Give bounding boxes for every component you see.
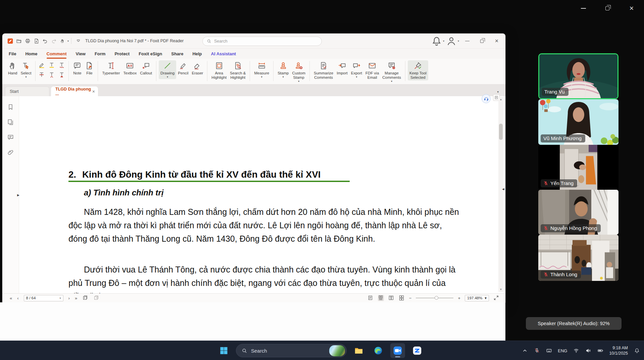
tool-note[interactable]: Note <box>71 60 83 76</box>
menu-tab-help[interactable]: Help <box>192 51 202 56</box>
participant-tile-vu-minh-phuong[interactable]: Vũ Minh Phương <box>538 99 618 145</box>
open-file-icon[interactable] <box>14 37 23 45</box>
foxit-minimize-button[interactable] <box>460 36 474 47</box>
tab-start[interactable]: Start <box>5 86 49 96</box>
menu-tab-protect[interactable]: Protect <box>114 51 130 56</box>
tool-eraser[interactable]: Eraser <box>190 60 205 76</box>
tool-import[interactable]: Import <box>335 60 349 76</box>
menu-tab-ai-assistant[interactable]: AI Assistant <box>211 51 236 56</box>
tool-stamp[interactable]: Stamp▾ <box>276 60 290 79</box>
page-number-input[interactable]: 8 / 64 ▾ <box>24 295 63 301</box>
tray-keyboard-icon[interactable] <box>546 348 552 354</box>
tool-manage-comments[interactable]: Manage Comments▾ <box>381 60 403 83</box>
chevron-down-icon[interactable]: ▾ <box>283 76 284 78</box>
tab-document[interactable]: TLGD Dia phuong ... × <box>51 86 98 96</box>
titlebar-search-input[interactable]: Search <box>202 37 322 46</box>
tool-drawing[interactable]: Drawing▾ <box>159 60 176 79</box>
replace-tool-icon[interactable] <box>48 71 56 79</box>
participant-tile-yen-trang[interactable]: Yến Trang <box>538 145 618 190</box>
chevron-down-icon[interactable]: ▾ <box>167 76 168 78</box>
first-page-button[interactable]: « <box>10 296 12 301</box>
previous-view-icon[interactable] <box>82 295 88 301</box>
next-page-button[interactable]: › <box>68 296 70 301</box>
continuous-view-icon[interactable] <box>378 295 384 301</box>
tool-custom-stamp[interactable]: Custom Stamp▾ <box>290 60 307 83</box>
facing-view-icon[interactable] <box>388 295 394 301</box>
zoom-out-button[interactable]: − <box>409 296 412 301</box>
attachments-icon[interactable] <box>7 149 14 156</box>
tool-export[interactable]: Export▾ <box>349 60 364 79</box>
vertical-scrollbar[interactable]: ▲ ▼ <box>498 97 503 292</box>
scroll-down-icon[interactable]: ▼ <box>500 287 502 292</box>
facing-continuous-view-icon[interactable] <box>399 295 405 301</box>
minimize-button[interactable] <box>577 3 590 13</box>
chevron-down-icon[interactable]: ▾ <box>391 80 392 83</box>
right-panel-collapse-icon[interactable]: ◀ <box>502 187 504 191</box>
battery-icon[interactable] <box>597 348 603 354</box>
hand-tool-caret-icon[interactable]: ▾ <box>67 40 69 43</box>
last-page-button[interactable]: » <box>75 296 77 301</box>
undo-icon[interactable] <box>41 37 49 45</box>
tool-search-highlight[interactable]: Search & Highlight <box>228 60 247 80</box>
search-highlight-image[interactable] <box>329 345 345 356</box>
menu-tab-form[interactable]: Form <box>95 51 106 56</box>
volume-icon[interactable] <box>585 348 591 354</box>
participant-tile-nguyen-hong-phong[interactable]: Nguyễn Hồng Phong <box>538 190 618 235</box>
participant-tile-trang-vu[interactable]: Trang Vu <box>538 53 618 99</box>
foxit-close-button[interactable]: × <box>490 36 503 47</box>
highlight-tool-icon[interactable] <box>38 61 46 69</box>
next-view-icon[interactable] <box>93 295 99 301</box>
scrollbar-thumb[interactable] <box>499 124 503 140</box>
clock[interactable]: 9:18 AM 10/1/2025 <box>609 345 628 356</box>
chevron-down-icon[interactable]: ▾ <box>25 76 27 78</box>
tool-select[interactable]: Select▾ <box>19 60 33 79</box>
tab-close-icon[interactable]: × <box>92 89 95 94</box>
hand-tool-quick-icon[interactable] <box>58 37 67 45</box>
ai-assistant-bubble-icon[interactable] <box>482 94 491 103</box>
close-button[interactable]: × <box>625 3 638 13</box>
tool-summarize-comments[interactable]: Summarize Comments <box>312 60 335 80</box>
tool-area-highlight[interactable]: Area Highlight <box>210 60 228 80</box>
previous-page-button[interactable]: ‹ <box>17 296 18 301</box>
chevron-down-icon[interactable]: ▾ <box>356 76 357 78</box>
zoom-level-input[interactable]: 197.48% ▾ <box>465 295 489 301</box>
tab-list-caret-icon[interactable]: ▾ <box>497 90 499 94</box>
bookmarks-icon[interactable] <box>7 104 14 111</box>
tool-hand[interactable]: Hand <box>6 60 19 76</box>
scroll-up-icon[interactable]: ▲ <box>500 97 502 102</box>
fullscreen-icon[interactable] <box>493 295 499 301</box>
zoom-caret-icon[interactable]: ▾ <box>485 296 487 300</box>
zoom-slider[interactable] <box>416 298 453 298</box>
sidebar-expand-icon[interactable]: ▶ <box>17 193 19 197</box>
tool-fdf-via-email[interactable]: FDF via Email <box>364 60 381 80</box>
page-caret-icon[interactable]: ▾ <box>60 297 61 300</box>
strikeout-tool-icon[interactable] <box>38 71 46 79</box>
underline-tool-icon[interactable] <box>48 61 56 69</box>
participant-tile-thanh-long[interactable]: Thành Long <box>538 235 618 281</box>
language-indicator[interactable]: ENG <box>558 348 567 353</box>
insert-tool-icon[interactable] <box>58 71 66 79</box>
comments-panel-icon[interactable] <box>7 134 14 141</box>
menu-tab-comment[interactable]: Comment <box>47 51 67 56</box>
tool-keep-tool-selected[interactable]: Keep Tool Selected <box>408 60 428 80</box>
zalo-app-icon[interactable] <box>410 343 425 358</box>
file-explorer-app-icon[interactable] <box>351 343 366 358</box>
foxit-restore-button[interactable] <box>475 36 489 47</box>
tool-callout[interactable]: Callout <box>138 60 154 76</box>
collapse-toolbar-icon[interactable] <box>74 37 83 45</box>
chevron-down-icon[interactable]: ▾ <box>298 80 299 83</box>
tray-mic-muted-icon[interactable] <box>534 348 540 354</box>
save-page-icon[interactable] <box>32 37 41 45</box>
squiggly-tool-icon[interactable] <box>58 61 66 69</box>
page-thumbnails-icon[interactable] <box>7 119 14 126</box>
restore-button[interactable] <box>601 3 614 13</box>
zoom-app-icon[interactable] <box>390 343 405 358</box>
account-icon[interactable]: ▾ <box>446 36 459 47</box>
menu-tab-file[interactable]: File <box>9 51 16 56</box>
notification-bell-icon[interactable]: ▾ <box>431 36 444 47</box>
redo-icon[interactable] <box>49 37 58 45</box>
single-page-view-icon[interactable] <box>367 295 374 301</box>
tray-chevron-up-icon[interactable] <box>522 348 528 354</box>
tool-file[interactable]: File <box>83 60 95 76</box>
menu-tab-foxit-esign[interactable]: Foxit eSign <box>139 51 162 56</box>
